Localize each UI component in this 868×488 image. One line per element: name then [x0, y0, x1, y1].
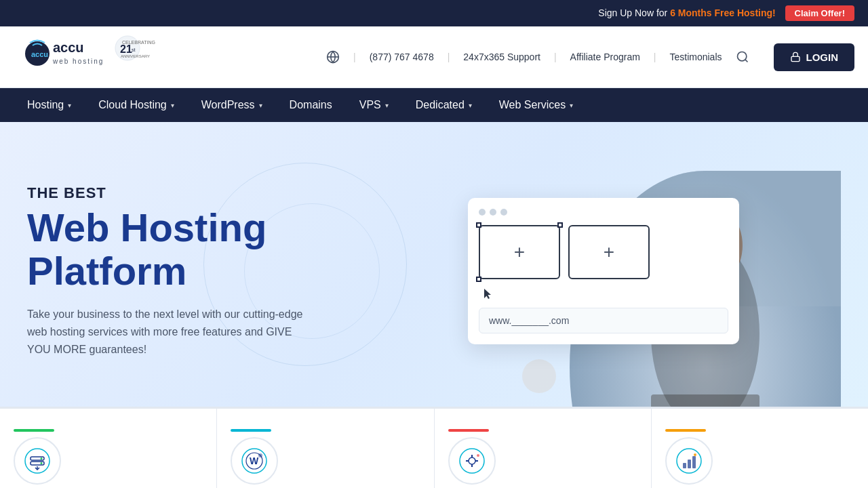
svg-rect-43 — [683, 463, 686, 468]
chevron-down-icon: ▾ — [259, 102, 262, 109]
svg-text:st: st — [132, 47, 136, 52]
svg-point-41 — [477, 454, 479, 457]
chevron-down-icon: ▾ — [570, 102, 573, 109]
chevron-down-icon: ▾ — [385, 102, 389, 109]
browser-url-bar: www._______.com — [479, 308, 728, 333]
svg-text:W: W — [250, 455, 259, 466]
card-accent-3 — [448, 429, 489, 432]
svg-text:accu: accu — [53, 40, 84, 55]
chevron-down-icon: ▾ — [68, 102, 71, 109]
nav-cloud-hosting[interactable]: Cloud Hosting ▾ — [85, 88, 188, 122]
login-button[interactable]: LOGIN — [774, 43, 855, 71]
main-nav: Hosting ▾ Cloud Hosting ▾ WordPress ▾ Do… — [0, 88, 868, 122]
nav-vps[interactable]: VPS ▾ — [346, 88, 402, 122]
handle-tr — [557, 222, 563, 228]
header-links: | (877) 767 4678 | 24x7x365 Support | Af… — [326, 43, 854, 71]
hero-text: THE BEST Web Hosting Platform Take your … — [27, 184, 393, 358]
vps-icon-circle — [448, 437, 496, 485]
svg-text:21: 21 — [120, 43, 132, 55]
browser-dot-2 — [490, 209, 496, 216]
decoration-circle — [522, 359, 556, 393]
svg-point-46 — [694, 453, 696, 456]
hosting-icon-circle — [14, 437, 61, 485]
svg-point-29 — [41, 462, 43, 464]
hero-title: Web Hosting Platform — [27, 206, 393, 293]
browser-box-2: + — [568, 225, 650, 279]
logo-area: accu accu web hosting CELEBRATING 21 st … — [14, 33, 163, 81]
divider: | — [353, 52, 356, 62]
hero-description: Take your business to the next level wit… — [27, 306, 312, 358]
affiliate-link[interactable]: Affiliate Program — [570, 52, 640, 62]
search-icon[interactable] — [736, 50, 749, 64]
browser-content: + + — [479, 225, 728, 279]
card-accent-1 — [14, 429, 54, 432]
handle-tl — [476, 222, 481, 228]
wordpress-icon: W — [239, 446, 269, 476]
dedicated-icon — [674, 446, 704, 476]
logo: accu accu web hosting CELEBRATING 21 st … — [14, 33, 163, 81]
dedicated-icon-circle — [665, 437, 713, 485]
banner-highlight: 6 Months Free Hosting! — [670, 7, 776, 18]
browser-box-1: + — [479, 225, 560, 279]
divider4: | — [654, 52, 656, 62]
svg-point-34 — [258, 453, 262, 458]
card-dedicated — [652, 409, 868, 488]
chevron-down-icon: ▾ — [469, 102, 472, 109]
browser-mockup: + + www._______.com — [468, 198, 739, 344]
banner-text-prefix: Sign Up Now for — [598, 7, 670, 18]
card-accent-2 — [231, 429, 271, 432]
svg-point-11 — [737, 52, 746, 61]
svg-line-12 — [745, 60, 747, 62]
nav-domains[interactable]: Domains — [276, 88, 346, 122]
header: accu accu web hosting CELEBRATING 21 st … — [0, 26, 868, 88]
cards-section: W — [0, 407, 868, 488]
chevron-down-icon: ▾ — [171, 102, 174, 109]
hero-subtitle: THE BEST — [27, 184, 393, 202]
hosting-icon — [22, 446, 52, 476]
svg-text:accu: accu — [31, 50, 48, 58]
svg-text:ANNIVERSARY: ANNIVERSARY — [121, 54, 150, 58]
claim-offer-button[interactable]: Claim Offer! — [785, 5, 854, 21]
hero-section: THE BEST Web Hosting Platform Take your … — [0, 122, 868, 407]
globe-icon[interactable] — [326, 50, 340, 64]
testimonials-link[interactable]: Testimonials — [669, 52, 722, 62]
nav-wordpress[interactable]: WordPress ▾ — [188, 88, 276, 122]
lock-icon — [790, 52, 801, 62]
card-wordpress: W — [217, 409, 434, 488]
svg-rect-44 — [688, 460, 691, 468]
handle-bl — [476, 277, 481, 282]
card-vps — [435, 409, 652, 488]
divider3: | — [554, 52, 557, 62]
nav-hosting[interactable]: Hosting ▾ — [14, 88, 85, 122]
svg-rect-13 — [791, 56, 800, 61]
divider2: | — [448, 52, 450, 62]
top-banner: Sign Up Now for 6 Months Free Hosting! C… — [0, 0, 868, 26]
wordpress-icon-circle: W — [231, 437, 278, 485]
browser-dot-3 — [500, 209, 507, 216]
svg-rect-45 — [692, 456, 696, 468]
nav-web-services[interactable]: Web Services ▾ — [486, 88, 587, 122]
vps-icon — [457, 446, 487, 476]
hero-visual: + + www._______.com — [393, 198, 841, 344]
cursor-icon — [484, 289, 492, 300]
browser-dot-1 — [479, 209, 486, 216]
svg-text:web hosting: web hosting — [52, 58, 104, 65]
cursor-indicator — [479, 289, 728, 300]
login-label: LOGIN — [806, 52, 839, 63]
support-link[interactable]: 24x7x365 Support — [463, 52, 540, 62]
card-web-hosting — [0, 409, 217, 488]
phone-link[interactable]: (877) 767 4678 — [370, 52, 434, 62]
nav-dedicated[interactable]: Dedicated ▾ — [402, 88, 486, 122]
card-accent-4 — [665, 429, 706, 432]
svg-point-28 — [41, 458, 43, 460]
svg-point-35 — [460, 449, 484, 473]
svg-point-36 — [469, 458, 475, 464]
browser-dots — [479, 209, 728, 216]
browser-frame: + — [479, 225, 560, 279]
